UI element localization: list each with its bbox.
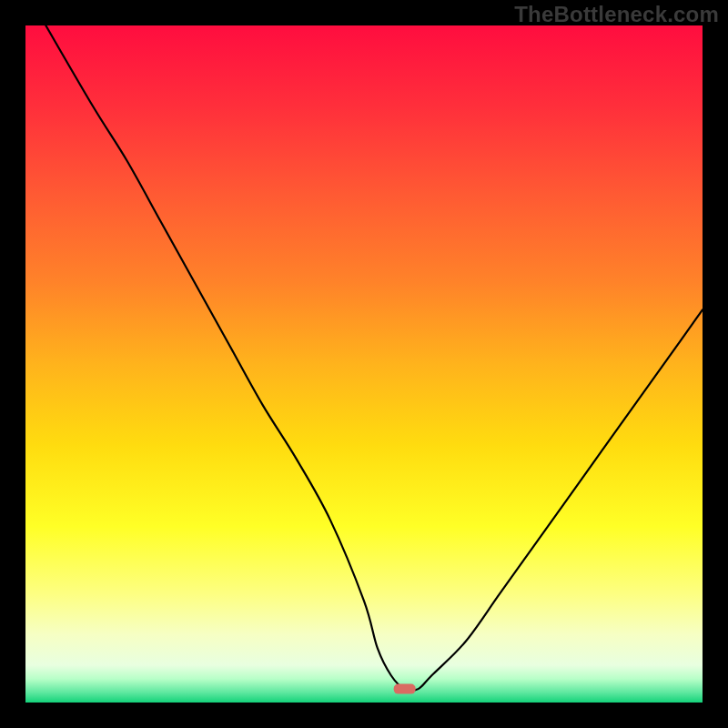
plot-area xyxy=(25,25,703,703)
optimal-marker xyxy=(394,684,416,694)
bottleneck-chart xyxy=(25,25,703,703)
chart-frame: TheBottleneck.com xyxy=(0,0,728,728)
watermark: TheBottleneck.com xyxy=(514,2,719,27)
